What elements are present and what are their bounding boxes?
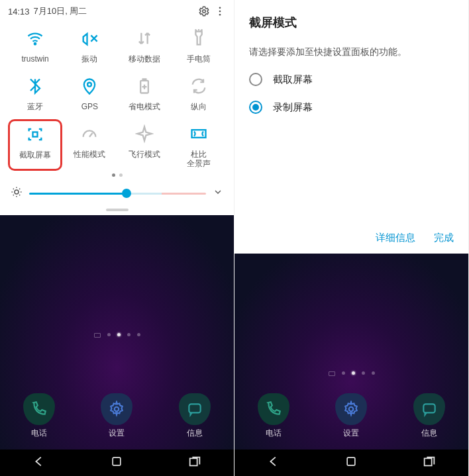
dialog-description: 请选择要添加至快捷设置面板的功能。 [249,46,454,58]
nav-home-icon[interactable] [344,455,358,471]
gear-icon [101,393,132,425]
dolby-icon [187,122,211,146]
tile-bluetooth[interactable]: 蓝牙 [8,71,62,114]
svg-point-3 [219,14,221,16]
status-time: 14:13 [8,7,30,17]
radio-icon [249,101,262,114]
dock-phone[interactable]: 电话 [258,393,289,439]
svg-point-1 [219,7,221,9]
svg-point-13 [349,407,354,412]
more-icon[interactable] [214,5,226,17]
done-button[interactable]: 完成 [434,232,454,244]
svg-point-0 [203,10,206,13]
tile-label: 蓝牙 [27,102,43,111]
panel-drag-handle[interactable] [106,209,129,211]
dock-label: 设置 [343,428,359,439]
pager-dot [137,333,140,336]
pane-left: 14:13 7月10日, 周二 trustwin 振动 移动数据 [0,0,234,476]
home-screen[interactable]: 电话 设置 信息 [0,215,234,450]
home-pager [329,371,375,376]
gear-icon [335,393,367,425]
pager-dot [372,371,375,375]
qs-pager[interactable] [8,173,226,177]
rotation-icon [187,74,211,98]
battery-icon [132,74,156,98]
tile-rotation[interactable]: 纵向 [172,71,226,114]
tile-vibrate[interactable]: 振动 [62,24,117,66]
dock-label: 信息 [187,428,203,439]
tile-label: 截取屏幕 [19,150,51,160]
dock-label: 设置 [109,428,125,439]
svg-point-4 [34,43,36,44]
pager-dot [342,371,345,375]
quick-settings-panel: 14:13 7月10日, 周二 trustwin 振动 移动数据 [0,0,234,215]
dock-messages[interactable]: 信息 [413,393,445,439]
option-record-screen[interactable]: 录制屏幕 [249,101,454,114]
phone-icon [258,393,289,425]
tile-label: trustwin [21,54,48,64]
vibrate-icon [78,26,101,50]
svg-rect-8 [191,130,205,138]
nav-recent-icon[interactable] [422,454,437,471]
svg-rect-14 [423,404,435,412]
screenshot-icon [23,122,47,146]
tile-label: 性能模式 [74,150,105,159]
nav-back-icon[interactable] [266,454,281,471]
screenshot-mode-dialog: 截屏模式 请选择要添加至快捷设置面板的功能。 截取屏幕 录制屏幕 详细信息 完成 [234,0,468,254]
pager-dot [117,333,121,336]
gps-icon [78,74,101,98]
quick-settings-grid: trustwin 振动 移动数据 手电筒 蓝牙 GPS [8,24,226,171]
dock: 电话 设置 信息 [0,393,234,439]
tile-mobile-data[interactable]: 移动数据 [117,24,172,66]
radio-icon [249,73,262,86]
svg-rect-12 [113,457,121,465]
pager-dot [119,173,123,177]
dock-settings[interactable]: 设置 [101,393,132,439]
svg-point-2 [219,11,221,13]
tile-dolby[interactable]: 杜比 全景声 [172,119,226,171]
tile-label: 振动 [81,54,97,64]
tile-label: 飞行模式 [129,150,160,159]
dock-messages[interactable]: 信息 [179,393,211,439]
nav-back-icon[interactable] [32,454,46,471]
gear-icon[interactable] [198,5,210,17]
tile-gps[interactable]: GPS [62,71,117,114]
svg-rect-11 [189,404,200,412]
tile-airplane[interactable]: 飞行模式 [117,119,172,171]
airplane-icon [132,122,156,146]
dock-settings[interactable]: 设置 [335,393,367,439]
tile-label: 移动数据 [129,54,160,64]
pager-dot [112,173,115,177]
tile-screenshot[interactable]: 截取屏幕 [8,119,62,171]
chevron-down-icon[interactable] [213,187,223,200]
nav-recent-icon[interactable] [187,454,202,471]
svg-point-9 [15,190,19,194]
option-label: 截取屏幕 [273,73,313,86]
option-capture-screen[interactable]: 截取屏幕 [249,73,454,86]
tile-wifi[interactable]: trustwin [8,24,62,66]
home-screen[interactable]: 电话 设置 信息 [234,254,468,450]
brightness-slider[interactable] [29,193,206,195]
gauge-icon [78,122,101,146]
phone-icon [23,393,55,425]
pager-dot [107,333,111,336]
brightness-row [11,186,223,201]
tile-battery-saver[interactable]: 省电模式 [117,71,172,114]
dock-phone[interactable]: 电话 [23,393,55,439]
mobile-data-icon [132,26,156,50]
dock-label: 电话 [31,428,47,439]
status-date: 7月10日, 周二 [34,5,87,17]
details-button[interactable]: 详细信息 [376,232,415,244]
home-indicator-icon [329,371,335,376]
dock-label: 信息 [421,428,437,439]
pager-dot [362,371,365,375]
brightness-thumb[interactable] [122,189,131,198]
home-pager [94,333,140,338]
tile-label: GPS [81,102,98,111]
tile-label: 杜比 全景声 [187,150,211,168]
tile-flashlight[interactable]: 手电筒 [172,24,226,66]
svg-point-5 [87,83,91,87]
nav-home-icon[interactable] [110,455,123,471]
tile-performance[interactable]: 性能模式 [62,119,117,171]
nav-bar [234,450,468,476]
